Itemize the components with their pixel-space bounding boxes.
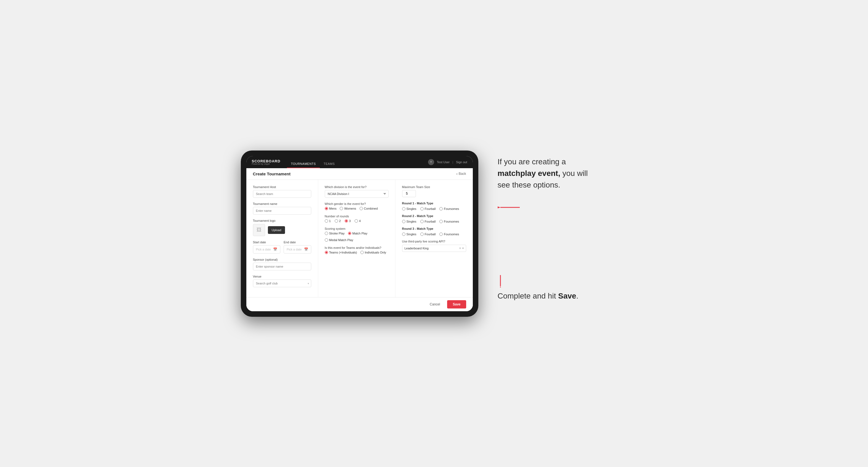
round2-foursomes[interactable]: Foursomes xyxy=(439,220,459,223)
rounds-1-label: 1 xyxy=(329,219,331,223)
scoring-stroke[interactable]: Stroke Play xyxy=(325,232,345,235)
round2-fourball[interactable]: Fourball xyxy=(420,220,436,223)
end-date-input[interactable]: Pick a date 📅 xyxy=(284,245,311,253)
round1-fourball-radio[interactable] xyxy=(420,207,424,211)
round3-fourball-label: Fourball xyxy=(425,232,436,236)
tournament-host-input[interactable] xyxy=(253,190,311,198)
round1-fourball[interactable]: Fourball xyxy=(420,207,436,211)
api-group: Use third-party live scoring API? Leader… xyxy=(402,240,466,252)
round2-foursomes-radio[interactable] xyxy=(439,220,443,223)
round3-singles-label: Singles xyxy=(406,232,416,236)
page-title: Create Tournament xyxy=(253,172,290,176)
rounds-4-radio[interactable] xyxy=(354,219,358,223)
brand-sub: Powered by clippit xyxy=(252,163,281,165)
scoring-match-radio[interactable] xyxy=(348,232,351,235)
calendar-icon: 📅 xyxy=(273,247,277,251)
max-team-size-input[interactable] xyxy=(402,190,416,197)
round3-singles-radio[interactable] xyxy=(402,232,405,236)
gender-mens-radio[interactable] xyxy=(325,207,328,210)
sign-out-link[interactable]: Sign out xyxy=(456,160,467,164)
teams-teams-label: Teams (+Individuals) xyxy=(329,251,357,254)
scoring-stroke-radio[interactable] xyxy=(325,232,328,235)
rounds-2[interactable]: 2 xyxy=(335,219,341,223)
save-button[interactable]: Save xyxy=(447,300,466,309)
annotation-upper-text: If you are creating a matchplay event, y… xyxy=(498,156,600,191)
venue-input[interactable] xyxy=(253,279,311,287)
upper-arrow-container xyxy=(498,202,600,213)
cancel-button[interactable]: Cancel xyxy=(425,300,444,309)
rounds-2-radio[interactable] xyxy=(335,219,338,223)
max-team-size-group: Maximum Team Size xyxy=(402,185,466,197)
tournament-name-input[interactable] xyxy=(253,207,311,215)
content-area: Create Tournament ‹ Back Tournament Host xyxy=(246,168,473,311)
gender-womens-radio[interactable] xyxy=(340,207,343,210)
teams-individuals-radio[interactable] xyxy=(361,251,364,254)
teams-teams[interactable]: Teams (+Individuals) xyxy=(325,251,357,254)
rounds-3-radio[interactable] xyxy=(345,219,348,223)
gender-mens[interactable]: Mens xyxy=(325,207,337,210)
round1-foursomes-radio[interactable] xyxy=(439,207,443,211)
annotation-lower-bold: Save xyxy=(558,292,576,300)
round2-fourball-radio[interactable] xyxy=(420,220,424,223)
tournament-host-group: Tournament Host xyxy=(253,185,311,198)
upper-arrow-icon xyxy=(498,202,520,213)
round1-singles[interactable]: Singles xyxy=(402,207,416,211)
round2-singles-radio[interactable] xyxy=(402,220,405,223)
api-select-wrapper[interactable]: Leaderboard King × ▾ xyxy=(402,245,466,252)
annotation-lower-text-1: Complete and hit xyxy=(498,292,558,300)
max-team-size-label: Maximum Team Size xyxy=(402,185,466,189)
start-date-input[interactable]: Pick a date 📅 xyxy=(253,245,281,253)
rounds-1[interactable]: 1 xyxy=(325,219,331,223)
gender-womens[interactable]: Womens xyxy=(340,207,356,210)
scoring-medal[interactable]: Medal Match Play xyxy=(325,238,353,242)
back-link[interactable]: ‹ Back xyxy=(456,172,466,176)
round1-label: Round 1 - Match Type xyxy=(402,201,466,205)
end-date-label: End date xyxy=(284,241,311,244)
rounds-label: Number of rounds xyxy=(325,215,389,218)
round2-singles[interactable]: Singles xyxy=(402,220,416,223)
round1-foursomes[interactable]: Foursomes xyxy=(439,207,459,211)
scoring-stroke-label: Stroke Play xyxy=(329,232,345,235)
gender-combined[interactable]: Combined xyxy=(360,207,378,210)
start-date-field: Start date Pick a date 📅 xyxy=(253,241,281,253)
teams-teams-radio[interactable] xyxy=(325,251,328,254)
rounds-1-radio[interactable] xyxy=(325,219,328,223)
rounds-radio-group: 1 2 3 xyxy=(325,219,389,223)
scoring-match[interactable]: Match Play xyxy=(348,232,367,235)
scoring-medal-radio[interactable] xyxy=(325,238,328,242)
round1-singles-radio[interactable] xyxy=(402,207,405,211)
page-header: Create Tournament ‹ Back xyxy=(246,168,473,180)
api-chevron-icon: ▾ xyxy=(462,247,464,250)
venue-chevron-icon: ▾ xyxy=(308,282,309,285)
gender-womens-label: Womens xyxy=(344,207,356,210)
rounds-4[interactable]: 4 xyxy=(354,219,361,223)
tablet-frame: SCOREBOARD Powered by clippit TOURNAMENT… xyxy=(241,151,478,317)
division-select[interactable]: NCAA Division I xyxy=(325,190,389,198)
round3-foursomes[interactable]: Foursomes xyxy=(439,232,459,236)
sponsor-group: Sponsor (optional) xyxy=(253,258,311,270)
round3-fourball[interactable]: Fourball xyxy=(420,232,436,236)
scoring-radio-group: Stroke Play Match Play Medal Match Play xyxy=(325,232,389,242)
nav-tab-teams[interactable]: TEAMS xyxy=(320,160,339,168)
round2-match-type: Round 2 - Match Type Singles Fourball xyxy=(402,214,466,223)
nav-tab-tournaments[interactable]: TOURNAMENTS xyxy=(287,160,319,168)
gender-combined-radio[interactable] xyxy=(360,207,363,210)
rounds-3[interactable]: 3 xyxy=(345,219,351,223)
logo-area: 🖼 Upload xyxy=(253,224,311,236)
round3-fourball-radio[interactable] xyxy=(420,232,424,236)
tournament-name-group: Tournament name xyxy=(253,202,311,215)
round1-radio-group: Singles Fourball Foursomes xyxy=(402,207,466,211)
teams-individuals[interactable]: Individuals Only xyxy=(361,251,386,254)
tournament-logo-group: Tournament logo 🖼 Upload xyxy=(253,219,311,236)
round2-label: Round 2 - Match Type xyxy=(402,214,466,218)
round3-foursomes-radio[interactable] xyxy=(439,232,443,236)
sponsor-input[interactable] xyxy=(253,262,311,270)
lower-arrow-icon xyxy=(498,274,520,287)
user-name: Test User xyxy=(437,160,450,164)
venue-group: Venue ▾ xyxy=(253,275,311,287)
api-label: Use third-party live scoring API? xyxy=(402,240,466,243)
venue-label: Venue xyxy=(253,275,311,278)
upload-button[interactable]: Upload xyxy=(268,226,285,234)
round3-singles[interactable]: Singles xyxy=(402,232,416,236)
api-clear-icon[interactable]: × xyxy=(459,246,461,250)
